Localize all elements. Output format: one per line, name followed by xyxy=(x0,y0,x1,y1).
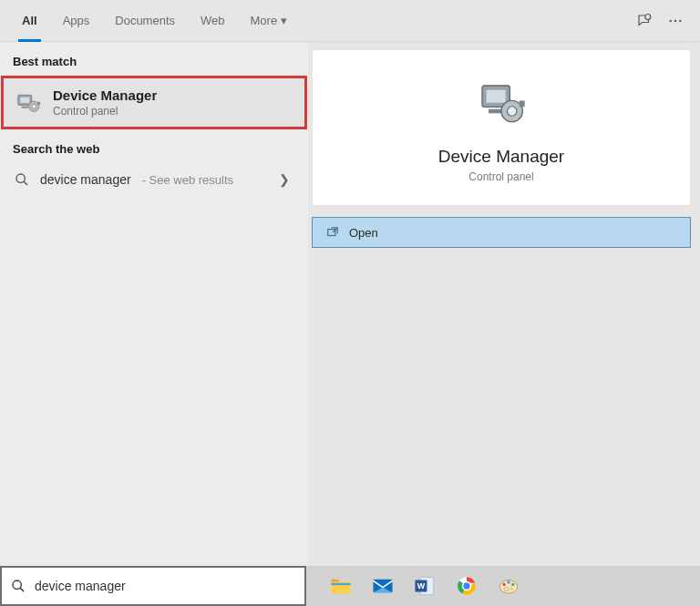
svg-line-20 xyxy=(20,588,24,591)
tab-web[interactable]: Web xyxy=(188,0,238,42)
tab-more[interactable]: More▾ xyxy=(238,0,301,42)
svg-point-36 xyxy=(504,588,509,591)
search-icon xyxy=(11,579,26,593)
svg-point-35 xyxy=(510,588,513,591)
chevron-down-icon: ▾ xyxy=(281,14,287,27)
svg-point-10 xyxy=(16,174,25,182)
open-button[interactable]: Open xyxy=(312,217,691,248)
svg-point-19 xyxy=(13,580,21,589)
tab-apps[interactable]: Apps xyxy=(50,0,103,42)
svg-text:W: W xyxy=(417,581,426,591)
svg-rect-13 xyxy=(487,90,506,103)
device-manager-large-icon xyxy=(472,76,530,134)
search-input[interactable] xyxy=(35,568,295,604)
open-label: Open xyxy=(349,226,378,240)
chrome-icon[interactable] xyxy=(450,570,483,602)
detail-subtitle: Control panel xyxy=(313,170,690,183)
svg-rect-5 xyxy=(20,97,29,102)
svg-rect-9 xyxy=(37,101,40,104)
svg-rect-22 xyxy=(331,583,350,585)
tab-label: Web xyxy=(201,14,225,27)
section-search-web: Search the web xyxy=(0,129,308,163)
results-panel: Best match Device Manager Control panel … xyxy=(0,42,308,566)
svg-point-8 xyxy=(32,104,36,108)
best-match-result[interactable]: Device Manager Control panel xyxy=(1,76,307,129)
more-options-icon[interactable] xyxy=(660,5,691,36)
svg-point-2 xyxy=(674,19,676,21)
svg-point-32 xyxy=(503,583,506,586)
taskbar: W xyxy=(0,566,700,606)
detail-title: Device Manager xyxy=(313,147,690,167)
tab-label: Apps xyxy=(63,14,90,27)
tab-documents[interactable]: Documents xyxy=(102,0,188,42)
tab-label: Documents xyxy=(115,14,175,27)
word-icon[interactable]: W xyxy=(408,570,441,602)
search-filter-tabs: All Apps Documents Web More▾ xyxy=(0,0,700,42)
web-hint: - See web results xyxy=(142,173,233,187)
search-box[interactable] xyxy=(0,566,306,606)
svg-point-33 xyxy=(507,580,510,583)
web-search-result[interactable]: device manager - See web results ❯ xyxy=(0,163,308,196)
web-query: device manager xyxy=(40,172,131,187)
chevron-right-icon: ❯ xyxy=(279,172,295,187)
svg-point-34 xyxy=(511,583,514,586)
file-explorer-icon[interactable] xyxy=(324,570,357,602)
search-icon xyxy=(15,172,29,187)
feedback-icon[interactable] xyxy=(629,5,660,36)
paint-icon[interactable] xyxy=(492,570,525,602)
device-manager-icon xyxy=(15,89,42,117)
detail-panel: Device Manager Control panel Open xyxy=(308,42,700,566)
section-best-match: Best match xyxy=(0,42,308,76)
tab-all[interactable]: All xyxy=(9,0,50,42)
result-subtitle: Control panel xyxy=(53,105,157,118)
detail-card: Device Manager Control panel xyxy=(312,49,691,206)
svg-line-11 xyxy=(24,181,27,185)
svg-point-3 xyxy=(679,19,681,21)
taskbar-apps: W xyxy=(306,566,700,606)
svg-point-0 xyxy=(645,14,651,19)
open-icon xyxy=(325,226,340,239)
svg-rect-17 xyxy=(520,100,525,107)
mail-icon[interactable] xyxy=(366,570,399,602)
tab-label: More xyxy=(251,14,278,27)
tab-label: All xyxy=(22,14,37,27)
svg-point-1 xyxy=(670,19,672,21)
result-title: Device Manager xyxy=(53,87,157,103)
svg-point-16 xyxy=(507,107,517,117)
svg-rect-6 xyxy=(22,106,29,108)
